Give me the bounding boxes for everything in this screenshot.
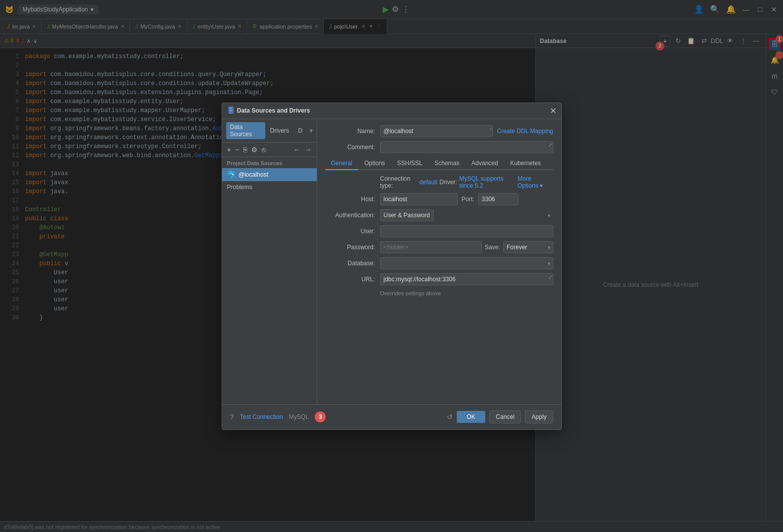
section-label: Project Data Sources — [222, 157, 317, 168]
port-label: Port: — [458, 196, 478, 203]
db-select[interactable] — [380, 257, 553, 269]
dialog-icon: 🗄 — [227, 107, 234, 115]
name-input-wrapper: ○ — [380, 125, 493, 137]
host-input[interactable] — [380, 193, 458, 205]
dialog-close-button[interactable]: ✕ — [550, 106, 556, 116]
datasource-item-localhost[interactable]: 🐬 @localhost — [222, 168, 317, 181]
dialog-body: Data Sources Drivers D ▾ + − ⎘ ⚙ ⎋ ← → — [222, 119, 561, 404]
mysql-label: MySQL — [289, 413, 309, 420]
copy-item-button[interactable]: ⎘ — [242, 145, 248, 155]
problems-section[interactable]: Problems — [222, 181, 317, 193]
footer-right: ↺ OK Cancel Apply — [447, 410, 553, 423]
auth-select-wrapper: User & Password — [380, 209, 553, 221]
password-input[interactable] — [380, 241, 482, 253]
form-row-database: Database: — [325, 257, 553, 269]
undo-icon[interactable]: ↺ — [447, 413, 453, 421]
help-icon[interactable]: ? — [230, 413, 234, 421]
tab-datasources[interactable]: Data Sources — [226, 122, 265, 139]
sub-tab-general[interactable]: General — [325, 157, 359, 170]
remove-item-button[interactable]: − — [234, 145, 240, 155]
problems-label: Problems — [227, 184, 253, 191]
host-port-row: Host: Port: — [325, 193, 553, 205]
host-label: Host: — [325, 196, 380, 203]
settings-item-button[interactable]: ⚙ — [250, 145, 259, 155]
port-input[interactable] — [478, 193, 518, 205]
form-row-name: Name: ○ Create DDL Mapping — [325, 125, 553, 137]
dialog-overlay: 🗄 Data Sources and Drivers ✕ Data Source… — [0, 0, 783, 532]
cancel-button[interactable]: Cancel — [489, 410, 521, 423]
tab-drivers[interactable]: Drivers — [266, 126, 293, 136]
save-label: Save: — [482, 244, 503, 251]
url-note: Overrides settings above — [325, 290, 553, 296]
name-expand-icon[interactable]: ○ — [489, 126, 492, 132]
name-label: Name: — [325, 128, 380, 135]
share-item-button[interactable]: ⎋ — [261, 145, 267, 155]
auth-select[interactable]: User & Password — [380, 209, 434, 221]
more-options-button[interactable]: More Options ▾ — [517, 175, 553, 189]
dialog-footer: ? Test Connection MySQL 3 ↺ OK Cancel Ap… — [222, 404, 561, 429]
conn-type-left: Connection type: default Driver: MySQL s… — [380, 175, 518, 189]
dialog-left-toolbar: + − ⎘ ⚙ ⎋ ← → — [222, 143, 317, 157]
user-label: User: — [325, 228, 380, 235]
comment-expand-icon[interactable]: ⤢ — [548, 142, 552, 148]
form-row-url: URL: ⤢ — [325, 273, 553, 285]
dialog-title-text: Data Sources and Drivers — [237, 107, 310, 114]
form-row-comment: Comment: ⤢ — [325, 141, 553, 153]
apply-button[interactable]: Apply — [525, 410, 553, 423]
dialog-right-panel: Name: ○ Create DDL Mapping Comment: ⤢ — [317, 119, 561, 404]
sub-tab-kubernetes[interactable]: Kubernetes — [504, 157, 547, 170]
comment-input-wrapper: ⤢ — [380, 141, 553, 153]
save-select-wrapper: Forever — [503, 241, 553, 253]
step3-area: 3 — [315, 411, 326, 422]
form-row-auth: Authentication: User & Password — [325, 209, 553, 221]
auth-label: Authentication: — [325, 212, 380, 219]
form-row-user: User: — [325, 225, 553, 237]
database-label: Database: — [325, 260, 380, 267]
dialog-header: 🗄 Data Sources and Drivers ✕ — [222, 103, 561, 119]
url-input[interactable] — [380, 273, 553, 285]
sub-tabs: General Options SSH/SSL Schemas Advanced… — [325, 157, 553, 170]
save-select[interactable]: Forever — [503, 241, 553, 253]
conn-type-bar: Connection type: default Driver: MySQL s… — [325, 175, 553, 189]
tab-d[interactable]: D — [294, 126, 307, 136]
step-3-badge: 3 — [315, 411, 326, 422]
create-ddl-link[interactable]: Create DDL Mapping — [497, 128, 553, 135]
url-expand-icon[interactable]: ⤢ — [548, 274, 552, 280]
comment-label: Comment: — [325, 144, 380, 151]
sub-tab-advanced[interactable]: Advanced — [465, 157, 504, 170]
dialog-left-tabs: Data Sources Drivers D ▾ — [222, 119, 317, 143]
tab-expand-icon[interactable]: ▾ — [310, 127, 313, 134]
nav-forward-button[interactable]: → — [304, 145, 313, 155]
sub-tab-schemas[interactable]: Schemas — [428, 157, 465, 170]
db-select-wrapper — [380, 257, 553, 269]
conn-type-label: Connection type: — [380, 175, 418, 189]
form-row-password: Password: Save: Forever — [325, 241, 553, 253]
dialog-left-panel: Data Sources Drivers D ▾ + − ⎘ ⚙ ⎋ ← → — [222, 119, 317, 404]
url-label: URL: — [325, 276, 380, 283]
url-input-wrapper: ⤢ — [380, 273, 553, 285]
driver-value[interactable]: MySQL supports since 5.2 — [459, 175, 518, 189]
name-input[interactable] — [380, 125, 493, 137]
sub-tab-sshssl[interactable]: SSH/SSL — [391, 157, 429, 170]
datasource-name: @localhost — [239, 171, 269, 178]
user-input[interactable] — [380, 225, 553, 237]
datasource-dialog: 🗄 Data Sources and Drivers ✕ Data Source… — [222, 103, 562, 430]
datasource-icon: 🐬 — [227, 171, 236, 179]
password-label: Password: — [325, 244, 380, 251]
nav-back-button[interactable]: ← — [293, 145, 302, 155]
conn-type-value[interactable]: default — [419, 179, 437, 186]
add-item-button[interactable]: + — [226, 145, 232, 155]
comment-input[interactable] — [380, 141, 553, 153]
sub-tab-options[interactable]: Options — [358, 157, 391, 170]
test-connection-link[interactable]: Test Connection — [240, 413, 283, 420]
ok-button[interactable]: OK — [457, 411, 485, 423]
footer-left: ? Test Connection MySQL 3 — [230, 411, 326, 422]
dialog-title: 🗄 Data Sources and Drivers — [227, 107, 310, 115]
driver-label: Driver: — [439, 179, 457, 186]
